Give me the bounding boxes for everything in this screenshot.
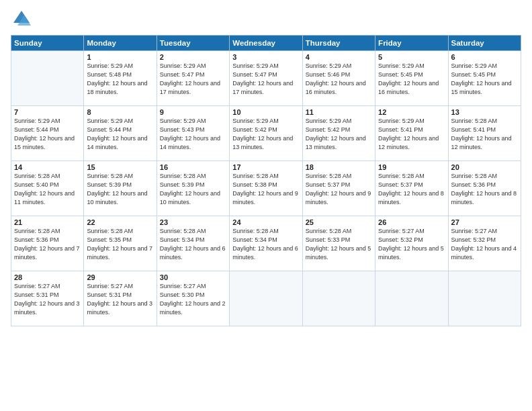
day-info: Sunrise: 5:28 AMSunset: 5:36 PMDaylight:…	[14, 227, 81, 262]
day-number: 5	[378, 53, 445, 61]
calendar-cell: 22Sunrise: 5:28 AMSunset: 5:35 PMDayligh…	[84, 216, 157, 271]
day-number: 19	[378, 163, 445, 171]
day-info: Sunrise: 5:28 AMSunset: 5:34 PMDaylight:…	[232, 227, 299, 262]
calendar-week-1: 1Sunrise: 5:29 AMSunset: 5:48 PMDaylight…	[11, 51, 521, 106]
col-header-monday: Monday	[84, 36, 157, 51]
day-info: Sunrise: 5:28 AMSunset: 5:39 PMDaylight:…	[160, 172, 226, 207]
calendar-cell	[230, 271, 302, 326]
calendar-week-3: 14Sunrise: 5:28 AMSunset: 5:40 PMDayligh…	[11, 161, 521, 216]
day-info: Sunrise: 5:28 AMSunset: 5:35 PMDaylight:…	[87, 227, 153, 262]
day-info: Sunrise: 5:29 AMSunset: 5:46 PMDaylight:…	[306, 62, 372, 97]
page: SundayMondayTuesdayWednesdayThursdayFrid…	[0, 0, 532, 411]
col-header-thursday: Thursday	[302, 36, 375, 51]
calendar-cell	[11, 51, 84, 106]
day-number: 29	[87, 273, 153, 281]
calendar-cell: 25Sunrise: 5:28 AMSunset: 5:33 PMDayligh…	[302, 216, 375, 271]
calendar-week-4: 21Sunrise: 5:28 AMSunset: 5:36 PMDayligh…	[11, 216, 521, 271]
day-info: Sunrise: 5:29 AMSunset: 5:42 PMDaylight:…	[232, 117, 299, 152]
day-number: 21	[14, 218, 81, 226]
day-info: Sunrise: 5:28 AMSunset: 5:40 PMDaylight:…	[14, 172, 81, 207]
day-info: Sunrise: 5:27 AMSunset: 5:32 PMDaylight:…	[378, 227, 445, 262]
day-number: 14	[14, 163, 81, 171]
day-number: 24	[232, 218, 299, 226]
calendar-cell: 12Sunrise: 5:29 AMSunset: 5:41 PMDayligh…	[375, 106, 448, 161]
calendar-cell: 20Sunrise: 5:28 AMSunset: 5:36 PMDayligh…	[448, 161, 521, 216]
calendar-cell: 6Sunrise: 5:29 AMSunset: 5:45 PMDaylight…	[448, 51, 521, 106]
day-number: 25	[306, 218, 372, 226]
calendar-header-row: SundayMondayTuesdayWednesdayThursdayFrid…	[11, 36, 521, 51]
day-info: Sunrise: 5:28 AMSunset: 5:37 PMDaylight:…	[306, 172, 372, 207]
logo-icon	[12, 9, 31, 28]
calendar-cell: 19Sunrise: 5:28 AMSunset: 5:37 PMDayligh…	[375, 161, 448, 216]
col-header-sunday: Sunday	[11, 36, 84, 51]
calendar-cell: 10Sunrise: 5:29 AMSunset: 5:42 PMDayligh…	[230, 106, 302, 161]
col-header-saturday: Saturday	[448, 36, 521, 51]
day-info: Sunrise: 5:29 AMSunset: 5:47 PMDaylight:…	[232, 62, 299, 97]
calendar-cell: 26Sunrise: 5:27 AMSunset: 5:32 PMDayligh…	[375, 216, 448, 271]
calendar-cell: 24Sunrise: 5:28 AMSunset: 5:34 PMDayligh…	[230, 216, 302, 271]
calendar-cell: 9Sunrise: 5:29 AMSunset: 5:43 PMDaylight…	[157, 106, 229, 161]
day-info: Sunrise: 5:27 AMSunset: 5:31 PMDaylight:…	[87, 282, 153, 317]
calendar-cell: 11Sunrise: 5:29 AMSunset: 5:42 PMDayligh…	[302, 106, 375, 161]
day-number: 9	[160, 108, 226, 116]
day-number: 10	[232, 108, 299, 116]
day-info: Sunrise: 5:28 AMSunset: 5:33 PMDaylight:…	[306, 227, 372, 262]
calendar-cell: 28Sunrise: 5:27 AMSunset: 5:31 PMDayligh…	[11, 271, 84, 326]
day-number: 12	[378, 108, 445, 116]
calendar-cell: 13Sunrise: 5:28 AMSunset: 5:41 PMDayligh…	[448, 106, 521, 161]
day-info: Sunrise: 5:29 AMSunset: 5:41 PMDaylight:…	[378, 117, 445, 152]
day-info: Sunrise: 5:27 AMSunset: 5:30 PMDaylight:…	[160, 282, 226, 317]
calendar-cell: 30Sunrise: 5:27 AMSunset: 5:30 PMDayligh…	[157, 271, 229, 326]
day-info: Sunrise: 5:28 AMSunset: 5:38 PMDaylight:…	[232, 172, 299, 207]
day-number: 7	[14, 108, 81, 116]
day-number: 8	[87, 108, 153, 116]
day-info: Sunrise: 5:29 AMSunset: 5:45 PMDaylight:…	[451, 62, 518, 97]
day-info: Sunrise: 5:28 AMSunset: 5:37 PMDaylight:…	[378, 172, 445, 207]
day-info: Sunrise: 5:27 AMSunset: 5:32 PMDaylight:…	[451, 227, 518, 262]
day-number: 18	[306, 163, 372, 171]
day-info: Sunrise: 5:28 AMSunset: 5:36 PMDaylight:…	[451, 172, 518, 207]
calendar-cell: 14Sunrise: 5:28 AMSunset: 5:40 PMDayligh…	[11, 161, 84, 216]
calendar-week-2: 7Sunrise: 5:29 AMSunset: 5:44 PMDaylight…	[11, 106, 521, 161]
calendar-cell: 7Sunrise: 5:29 AMSunset: 5:44 PMDaylight…	[11, 106, 84, 161]
day-info: Sunrise: 5:29 AMSunset: 5:48 PMDaylight:…	[87, 62, 153, 97]
day-number: 6	[451, 53, 518, 61]
day-info: Sunrise: 5:27 AMSunset: 5:31 PMDaylight:…	[14, 282, 81, 317]
calendar-cell	[302, 271, 375, 326]
day-number: 17	[232, 163, 299, 171]
day-info: Sunrise: 5:29 AMSunset: 5:44 PMDaylight:…	[87, 117, 153, 152]
day-number: 28	[14, 273, 81, 281]
day-number: 15	[87, 163, 153, 171]
calendar-cell: 15Sunrise: 5:28 AMSunset: 5:39 PMDayligh…	[84, 161, 157, 216]
calendar-cell: 23Sunrise: 5:28 AMSunset: 5:34 PMDayligh…	[157, 216, 229, 271]
day-number: 16	[160, 163, 226, 171]
day-info: Sunrise: 5:28 AMSunset: 5:34 PMDaylight:…	[160, 227, 226, 262]
calendar-cell: 27Sunrise: 5:27 AMSunset: 5:32 PMDayligh…	[448, 216, 521, 271]
calendar-week-5: 28Sunrise: 5:27 AMSunset: 5:31 PMDayligh…	[11, 271, 521, 326]
day-number: 3	[232, 53, 299, 61]
calendar-cell: 5Sunrise: 5:29 AMSunset: 5:45 PMDaylight…	[375, 51, 448, 106]
calendar-cell: 1Sunrise: 5:29 AMSunset: 5:48 PMDaylight…	[84, 51, 157, 106]
day-number: 1	[87, 53, 153, 61]
day-info: Sunrise: 5:29 AMSunset: 5:47 PMDaylight:…	[160, 62, 226, 97]
calendar-cell: 8Sunrise: 5:29 AMSunset: 5:44 PMDaylight…	[84, 106, 157, 161]
col-header-tuesday: Tuesday	[157, 36, 229, 51]
day-info: Sunrise: 5:29 AMSunset: 5:43 PMDaylight:…	[160, 117, 226, 152]
header	[11, 7, 521, 31]
day-number: 20	[451, 163, 518, 171]
calendar-cell	[448, 271, 521, 326]
day-number: 23	[160, 218, 226, 226]
day-number: 22	[87, 218, 153, 226]
calendar-table: SundayMondayTuesdayWednesdayThursdayFrid…	[11, 35, 521, 326]
calendar-cell: 29Sunrise: 5:27 AMSunset: 5:31 PMDayligh…	[84, 271, 157, 326]
day-number: 27	[451, 218, 518, 226]
day-info: Sunrise: 5:28 AMSunset: 5:41 PMDaylight:…	[451, 117, 518, 152]
calendar-cell: 2Sunrise: 5:29 AMSunset: 5:47 PMDaylight…	[157, 51, 229, 106]
day-number: 26	[378, 218, 445, 226]
day-info: Sunrise: 5:28 AMSunset: 5:39 PMDaylight:…	[87, 172, 153, 207]
day-number: 4	[306, 53, 372, 61]
calendar-cell: 16Sunrise: 5:28 AMSunset: 5:39 PMDayligh…	[157, 161, 229, 216]
col-header-wednesday: Wednesday	[230, 36, 302, 51]
day-info: Sunrise: 5:29 AMSunset: 5:42 PMDaylight:…	[306, 117, 372, 152]
day-number: 30	[160, 273, 226, 281]
